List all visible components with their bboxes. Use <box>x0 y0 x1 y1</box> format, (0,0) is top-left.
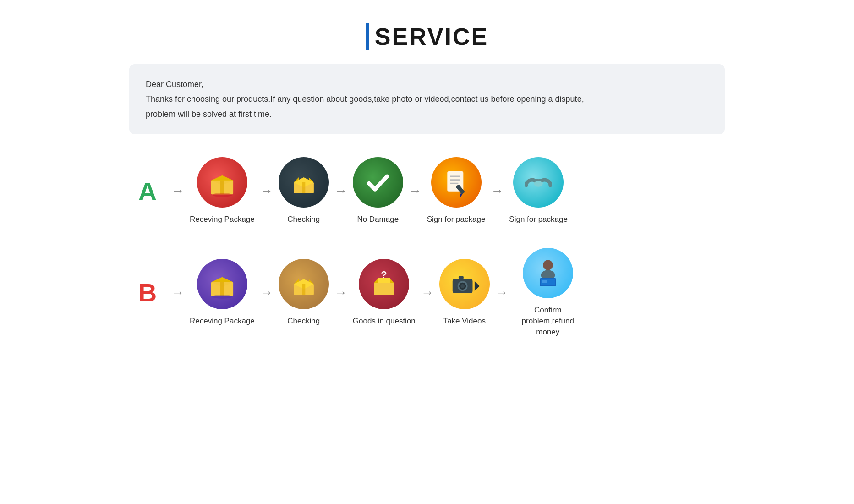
arrow-a1: → <box>260 184 273 198</box>
arrow-b3: → <box>421 285 434 300</box>
step-a3-label: No Damage <box>357 214 399 225</box>
step-a2-label: Checking <box>287 214 320 225</box>
arrow-a0: → <box>171 184 184 198</box>
step-a4-label: Sign for package <box>427 214 486 225</box>
notice-line1: Dear Customer, <box>146 77 708 92</box>
arrow-b4: → <box>495 285 508 300</box>
arrow-a3: → <box>409 184 422 198</box>
page-title: SERVICE <box>375 23 488 50</box>
arrow-b2: → <box>334 285 347 300</box>
svg-point-21 <box>212 295 232 299</box>
step-a5: Sign for package <box>509 157 568 225</box>
step-b4: Take Videos <box>439 259 490 327</box>
row-a-section: A → Receving Package → <box>129 157 725 225</box>
notice-line3: problem will be solved at first time. <box>146 107 708 121</box>
step-a1-icon <box>197 157 247 208</box>
step-b1-label: Receving Package <box>190 316 255 327</box>
row-b: B → Receving Package → <box>129 248 725 337</box>
svg-rect-27 <box>374 283 394 295</box>
step-a1: Receving Package <box>190 157 255 225</box>
step-a4-icon <box>431 157 482 208</box>
step-b5-label: Confirm problem,refund money <box>514 305 582 337</box>
svg-point-35 <box>460 284 465 288</box>
arrow-b0: → <box>171 285 184 300</box>
arrow-a4: → <box>491 184 504 198</box>
notice-box: Dear Customer, Thanks for choosing our p… <box>129 64 725 134</box>
step-b5-icon <box>523 248 573 298</box>
step-b3-icon: ? <box>359 259 409 309</box>
step-a3-icon <box>353 157 403 208</box>
step-a2: Checking <box>279 157 329 225</box>
notice-line2: Thanks for choosing our products.If any … <box>146 92 708 106</box>
svg-rect-26 <box>302 284 305 295</box>
arrow-a2: → <box>334 184 347 198</box>
svg-rect-3 <box>220 181 224 195</box>
step-a5-icon <box>513 157 564 208</box>
svg-point-38 <box>543 260 553 270</box>
step-b2-icon <box>279 259 329 309</box>
svg-rect-36 <box>459 276 464 279</box>
step-b2: Checking <box>279 259 329 327</box>
step-a3: No Damage <box>353 157 403 225</box>
step-a4: Sign for package <box>427 157 486 225</box>
step-b3: ? Goods in question <box>353 259 416 327</box>
step-a2-icon <box>279 157 329 208</box>
step-b4-label: Take Videos <box>443 316 486 327</box>
step-b1-icon <box>197 259 247 309</box>
step-b3-label: Goods in question <box>353 316 416 327</box>
step-b2-label: Checking <box>287 316 320 327</box>
step-a5-label: Sign for package <box>509 214 568 225</box>
step-b1: Receving Package <box>190 259 255 327</box>
row-a-label: A <box>129 176 166 206</box>
step-b4-icon <box>439 259 490 309</box>
row-a: A → Receving Package → <box>129 157 725 225</box>
page-header: SERVICE <box>366 23 488 50</box>
svg-text:?: ? <box>381 269 387 280</box>
svg-marker-29 <box>390 278 394 283</box>
svg-rect-9 <box>302 182 305 193</box>
step-b5: Confirm problem,refund money <box>514 248 582 337</box>
row-b-label: B <box>129 278 166 307</box>
svg-rect-20 <box>220 282 224 296</box>
arrow-b1: → <box>260 285 273 300</box>
row-b-section: B → Receving Package → <box>129 248 725 337</box>
step-a1-label: Receving Package <box>190 214 255 225</box>
header-accent-bar <box>366 23 369 50</box>
svg-marker-28 <box>374 278 378 283</box>
svg-point-4 <box>212 193 232 197</box>
svg-marker-37 <box>475 281 480 291</box>
svg-rect-42 <box>542 280 547 283</box>
